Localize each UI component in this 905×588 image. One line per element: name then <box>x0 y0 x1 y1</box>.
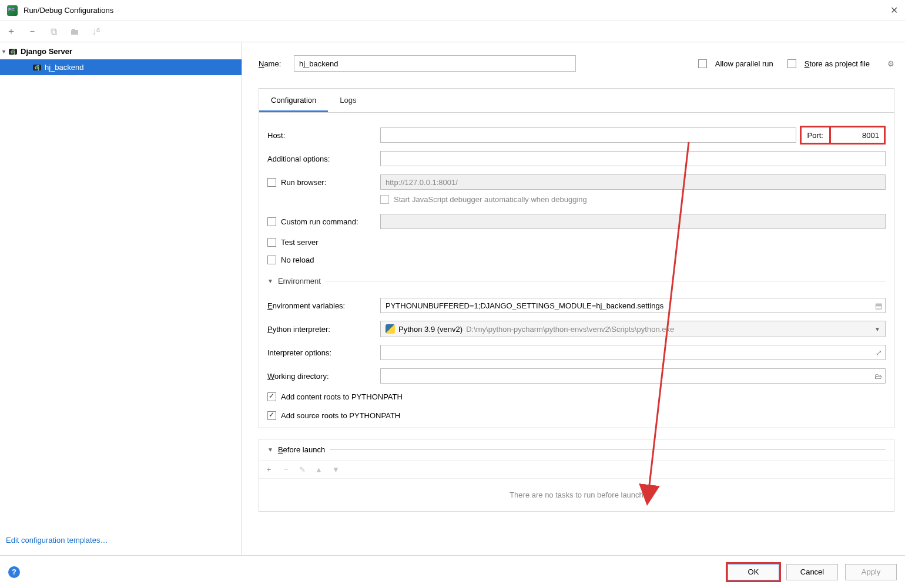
checkbox-icon[interactable] <box>267 256 276 264</box>
name-label: Name: <box>259 59 294 68</box>
checkbox-icon[interactable] <box>787 59 796 68</box>
checkbox-checked-icon[interactable] <box>267 411 276 420</box>
before-launch-label: Before launch <box>278 445 325 454</box>
checkbox-icon[interactable] <box>267 217 276 226</box>
move-up-icon: ▲ <box>315 465 323 474</box>
additional-options-input[interactable] <box>380 151 886 166</box>
checkbox-icon[interactable] <box>267 178 276 187</box>
checkbox-checked-icon[interactable] <box>267 392 276 401</box>
config-panel: Configuration Logs Host: Port: Additiona… <box>259 88 894 428</box>
add-source-roots-label: Add source roots to PYTHONPATH <box>281 411 400 420</box>
tab-logs[interactable]: Logs <box>328 89 368 112</box>
help-icon[interactable]: ? <box>8 566 20 578</box>
interpreter-name: Python 3.9 (venv2) <box>398 325 462 334</box>
folder-open-icon[interactable]: 🗁 <box>874 372 882 381</box>
interpreter-label: Python interpreter: <box>267 325 380 334</box>
close-icon[interactable]: ✕ <box>890 5 898 16</box>
expand-icon[interactable]: ⤢ <box>876 348 882 357</box>
custom-run-command-checkbox[interactable]: Custom run command: <box>267 217 380 226</box>
before-launch-header[interactable]: ▼ Before launch <box>259 439 894 460</box>
django-icon: dj <box>9 49 17 55</box>
checkbox-icon <box>380 195 389 204</box>
store-project-label: Store as project file <box>805 59 870 68</box>
chevron-down-icon[interactable]: ▼ <box>267 278 273 284</box>
before-launch-panel: ▼ Before launch ＋ － ✎ ▲ ▼ There are no t… <box>259 439 894 512</box>
env-vars-label: Environment variables: <box>267 301 380 310</box>
working-directory-label: Working directory: <box>267 372 380 381</box>
edit-templates-link[interactable]: Edit configuration templates… <box>0 529 242 555</box>
test-server-checkbox[interactable]: Test server <box>267 238 380 247</box>
tree-node-django-server[interactable]: ▾ dj Django Server <box>0 43 242 59</box>
store-project-checkbox[interactable]: Store as project file <box>787 59 870 68</box>
no-reload-label: No reload <box>281 256 314 264</box>
interpreter-options-input[interactable] <box>380 345 886 360</box>
chevron-down-icon[interactable]: ▼ <box>267 446 273 453</box>
tree-node-hj-backend[interactable]: dj hj_backend <box>0 59 242 75</box>
interpreter-select[interactable]: Python 3.9 (venv2) D:\my\python-pycharm\… <box>380 321 886 337</box>
copy-icon: ⧉ <box>48 26 59 37</box>
no-reload-checkbox[interactable]: No reload <box>267 256 380 264</box>
sort-az-icon: ↓ª <box>90 26 101 37</box>
cancel-button[interactable]: Cancel <box>786 564 838 580</box>
before-launch-empty: There are no tasks to run before launch <box>259 478 894 511</box>
dialog-footer: ? OK Cancel Apply <box>0 555 905 588</box>
move-down-icon: ▼ <box>332 465 340 474</box>
environment-section-label: Environment <box>278 277 321 285</box>
custom-run-command-label: Custom run command: <box>281 217 358 226</box>
checkbox-icon[interactable] <box>267 238 276 247</box>
additional-options-label: Additional options: <box>267 154 380 163</box>
django-icon: dj <box>33 65 41 70</box>
interpreter-options-label: Interpreter options: <box>267 348 380 357</box>
tree-root-label: Django Server <box>21 47 72 56</box>
folder-icon: 🖿 <box>69 26 80 37</box>
port-label: Port: <box>800 126 829 145</box>
name-input[interactable] <box>294 55 576 72</box>
tabs: Configuration Logs <box>259 89 894 113</box>
main-panel: Name: Allow parallel run Store as projec… <box>242 42 905 555</box>
custom-run-command-input <box>380 214 886 229</box>
apply-button: Apply <box>845 564 897 580</box>
checkbox-icon[interactable] <box>698 59 707 68</box>
sidebar: ▾ dj Django Server dj hj_backend Edit co… <box>0 42 242 555</box>
divider <box>326 281 886 281</box>
pycharm-app-icon <box>7 5 18 16</box>
list-icon[interactable]: ▤ <box>875 301 882 310</box>
environment-section-header[interactable]: ▼ Environment <box>267 277 886 289</box>
add-icon[interactable]: ＋ <box>265 464 273 475</box>
config-tree[interactable]: ▾ dj Django Server dj hj_backend <box>0 42 242 529</box>
tree-child-label: hj_backend <box>45 63 84 72</box>
edit-icon: ✎ <box>299 465 306 474</box>
remove-icon: － <box>282 464 290 475</box>
run-browser-label: Run browser: <box>281 178 326 187</box>
ok-button[interactable]: OK <box>728 564 779 580</box>
divider <box>330 449 886 450</box>
allow-parallel-label: Allow parallel run <box>715 59 773 68</box>
run-browser-checkbox[interactable]: Run browser: <box>267 178 380 187</box>
chevron-down-icon[interactable]: ▾ <box>2 48 5 55</box>
start-js-debugger-checkbox: Start JavaScript debugger automatically … <box>380 194 886 210</box>
port-input[interactable] <box>831 131 884 140</box>
titlebar: Run/Debug Configurations ✕ <box>0 0 905 21</box>
add-content-roots-label: Add content roots to PYTHONPATH <box>281 392 403 401</box>
add-content-roots-checkbox[interactable]: Add content roots to PYTHONPATH <box>267 392 403 401</box>
host-label: Host: <box>267 131 380 140</box>
working-directory-input[interactable] <box>380 368 886 384</box>
run-browser-url-input <box>380 174 886 190</box>
before-launch-toolbar: ＋ － ✎ ▲ ▼ <box>259 460 894 478</box>
chevron-down-icon[interactable]: ▼ <box>874 326 880 332</box>
window-title: Run/Debug Configurations <box>24 6 890 15</box>
start-js-debugger-label: Start JavaScript debugger automatically … <box>394 195 587 204</box>
add-source-roots-checkbox[interactable]: Add source roots to PYTHONPATH <box>267 411 400 420</box>
python-icon <box>386 324 395 334</box>
gear-icon[interactable]: ⚙ <box>887 59 894 68</box>
interpreter-path: D:\my\python-pycharm\python-envs\venv2\S… <box>466 325 874 334</box>
tab-configuration[interactable]: Configuration <box>259 89 328 112</box>
test-server-label: Test server <box>281 238 319 247</box>
config-toolbar: ＋ － ⧉ 🖿 ↓ª <box>0 21 905 42</box>
remove-icon[interactable]: － <box>27 26 38 37</box>
allow-parallel-checkbox[interactable]: Allow parallel run <box>698 59 773 68</box>
host-input[interactable] <box>380 127 796 143</box>
add-icon[interactable]: ＋ <box>6 26 16 37</box>
env-vars-input[interactable] <box>380 298 886 313</box>
